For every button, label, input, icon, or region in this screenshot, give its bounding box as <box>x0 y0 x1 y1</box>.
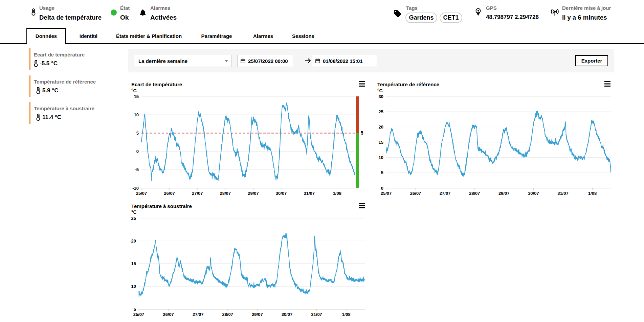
svg-text:30/07: 30/07 <box>528 191 539 196</box>
svg-text:5: 5 <box>361 130 363 136</box>
svg-text:29/07: 29/07 <box>252 312 263 317</box>
svg-text:5: 5 <box>136 131 139 136</box>
svg-text:30: 30 <box>379 94 383 99</box>
svg-text:10: 10 <box>379 155 383 160</box>
svg-text:26/07: 26/07 <box>163 312 174 317</box>
svg-text:31/07: 31/07 <box>311 312 322 317</box>
svg-text:27/07: 27/07 <box>440 191 451 196</box>
svg-text:31/07: 31/07 <box>304 191 315 196</box>
svg-text:28/07: 28/07 <box>220 191 231 196</box>
svg-text:29/07: 29/07 <box>248 191 259 196</box>
svg-text:25: 25 <box>131 216 136 221</box>
svg-text:30/07: 30/07 <box>282 312 293 317</box>
svg-text:25: 25 <box>379 109 383 114</box>
svg-text:25/07: 25/07 <box>133 312 145 317</box>
svg-text:29/07: 29/07 <box>498 191 510 196</box>
svg-text:30/07: 30/07 <box>276 191 287 196</box>
svg-text:-5: -5 <box>135 167 139 172</box>
svg-text:28/07: 28/07 <box>222 312 234 317</box>
svg-text:15: 15 <box>131 261 136 266</box>
svg-text:0: 0 <box>381 186 383 191</box>
svg-text:31/07: 31/07 <box>557 191 569 196</box>
svg-text:27/07: 27/07 <box>192 191 203 196</box>
svg-text:10: 10 <box>131 284 136 289</box>
svg-text:28/07: 28/07 <box>469 191 480 196</box>
svg-text:1/08: 1/08 <box>333 191 341 196</box>
svg-text:20: 20 <box>131 238 136 244</box>
svg-text:5: 5 <box>381 170 383 175</box>
svg-text:25/07: 25/07 <box>136 191 147 196</box>
svg-text:26/07: 26/07 <box>164 191 175 196</box>
svg-text:1/08: 1/08 <box>342 312 351 317</box>
svg-text:10: 10 <box>134 112 139 117</box>
svg-text:15: 15 <box>134 94 139 99</box>
svg-text:27/07: 27/07 <box>193 312 204 317</box>
svg-text:20: 20 <box>379 124 383 130</box>
svg-text:5: 5 <box>134 307 136 312</box>
svg-text:15: 15 <box>379 140 383 145</box>
svg-text:26/07: 26/07 <box>410 191 421 196</box>
svg-text:0: 0 <box>136 149 139 154</box>
svg-text:25/07: 25/07 <box>381 191 392 196</box>
svg-text:1/08: 1/08 <box>588 191 597 196</box>
svg-text:-10: -10 <box>132 186 139 191</box>
